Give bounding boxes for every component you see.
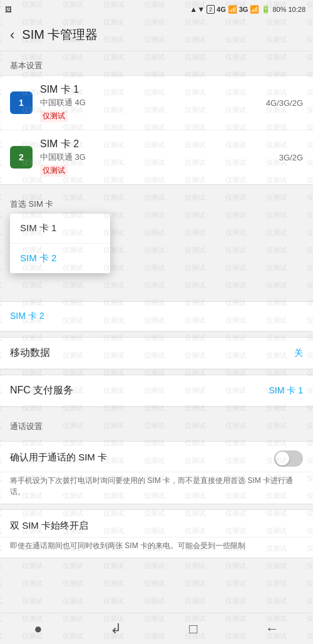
confirm-sim-desc: 将手机设为下次拨打电话时询问要使用的 SIM 卡，而不是直接使用首选 SIM 卡… [0,472,313,504]
nav-back-button[interactable]: ● [21,616,54,642]
status-right: ▲▼ 2 4G 📶 3G 📶 🔋 80% 10:28 [190,5,305,14]
page-title: SIM 卡管理器 [22,26,98,43]
battery-level: 80% [272,6,286,13]
nfc-label: NFC 支付服务 [10,384,73,397]
dual-sim-block: 双 SIM 卡始终开启 即使在通话期间也可同时收到两张 SIM 卡的来电。可能会… [0,509,313,558]
section-basic-settings: 基本设置 [0,51,313,75]
toggle-knob [275,452,289,465]
nfc-block: NFC 支付服务 SIM 卡 1 [0,375,313,407]
battery-icon: 🔋 [261,5,270,14]
nav-recents-button[interactable]: ↲ [98,616,134,642]
dropdown-sim1-option[interactable]: SIM 卡 1 [10,214,110,244]
sim2-info: SIM 卡 2 中国联通 3G 仅测试 [40,138,303,177]
sim1-carrier: 中国联通 4G [40,97,303,108]
sim2-name: SIM 卡 2 [40,138,303,151]
sim2-number: 仅测试 [40,165,68,177]
mobile-data-row[interactable]: 移动数据 关 [0,338,313,369]
dropdown-sim2-option[interactable]: SIM 卡 2 [10,244,110,273]
wifi-icon: ▲▼ [190,5,205,14]
image-icon: 🖼 [5,6,12,13]
bottom-padding [0,558,313,596]
sim-card-block: 1 SIM 卡 1 中国联通 4G 仅测试 4G/3G/2G 2 SIM 卡 2… [0,75,313,185]
dual-sim-row[interactable]: 双 SIM 卡始终开启 [0,510,313,538]
preferred-sim-row[interactable]: SIM 卡 2 [0,301,313,332]
section-call-settings: 通话设置 [0,412,313,436]
dual-sim-desc: 即使在通话期间也可同时收到两张 SIM 卡的来电。可能会受到一些限制 [0,538,313,558]
time-display: 10:28 [288,6,305,13]
section-preferred-sim: 首选 SIM 卡 [0,190,313,214]
sim2-network: 3G/2G [279,153,303,162]
sim2-carrier: 中国联通 3G [40,152,303,163]
sim2-row[interactable]: 2 SIM 卡 2 中国联通 3G 仅测试 3G/2G [0,130,313,184]
preferred-sim-setting[interactable]: SIM 卡 2 [0,302,313,331]
nav-home-button[interactable]: □ [177,616,210,642]
sim1-name: SIM 卡 1 [40,83,303,96]
spacer-2 [0,332,313,337]
spacer-5 [0,436,313,441]
preferred-sim-value: SIM 卡 2 [10,311,44,322]
nfc-row[interactable]: NFC 支付服务 SIM 卡 1 [0,375,313,407]
sim1-network: 4G/3G/2G [266,98,303,108]
spacer-1 [0,185,313,190]
spacer-6 [0,504,313,509]
preferred-section: SIM 卡 1 SIM 卡 2 [0,214,313,301]
sim1-number: 仅测试 [40,110,68,122]
mobile-data-block: 移动数据 关 [0,337,313,370]
status-left: 🖼 [5,6,12,13]
signal-4g: 4G [217,6,226,13]
confirm-sim-row[interactable]: 确认用于通话的 SIM 卡 [0,442,313,472]
mobile-data-value: 关 [294,348,303,359]
sim-dropdown-popup[interactable]: SIM 卡 1 SIM 卡 2 [10,214,110,273]
nfc-value: SIM 卡 1 [269,385,303,397]
sim1-info: SIM 卡 1 中国联通 4G 仅测试 [40,83,303,122]
spacer-4 [0,407,313,412]
sim1-row[interactable]: 1 SIM 卡 1 中国联通 4G 仅测试 4G/3G/2G [0,76,313,130]
confirm-sim-block: 确认用于通话的 SIM 卡 将手机设为下次拨打电话时询问要使用的 SIM 卡，而… [0,441,313,504]
confirm-sim-toggle[interactable] [274,450,303,467]
status-bar: 🖼 ▲▼ 2 4G 📶 3G 📶 🔋 80% 10:28 [0,0,313,19]
confirm-sim-title: 确认用于通话的 SIM 卡 [10,450,267,464]
back-button[interactable]: ‹ [10,27,14,43]
signal-bar2: 📶 [250,5,259,14]
top-bar: ‹ SIM 卡管理器 [0,19,313,51]
signal-3g: 3G [239,6,249,13]
dual-sim-title: 双 SIM 卡始终开启 [10,519,295,532]
spacer-3 [0,370,313,375]
signal-2: 2 [207,5,215,14]
sim2-icon: 2 [10,146,33,169]
nav-bar: ● ↲ □ ← [0,613,313,644]
mobile-data-label: 移动数据 [10,346,50,360]
nav-menu-button[interactable]: ← [253,616,292,642]
signal-bar: 📶 [228,5,237,14]
sim1-icon: 1 [10,91,33,114]
